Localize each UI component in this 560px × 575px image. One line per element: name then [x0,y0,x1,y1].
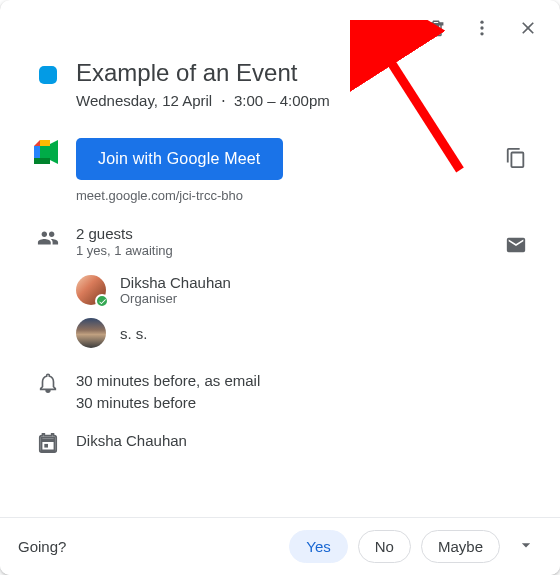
svg-rect-5 [40,146,50,158]
rsvp-no-button[interactable]: No [358,530,411,563]
rsvp-maybe-button[interactable]: Maybe [421,530,500,563]
svg-point-1 [480,26,483,29]
meet-link-text: meet.google.com/jci-trcc-bho [76,188,492,203]
event-toolbar [0,0,560,50]
going-label: Going? [18,538,289,555]
email-guests-button[interactable] [496,227,536,267]
guest-item[interactable]: Diksha Chauhan Organiser [76,268,492,312]
svg-rect-6 [34,158,50,164]
separator-dot: ⋅ [221,92,226,109]
reminder-line: 30 minutes before, as email [76,370,540,392]
guests-row: 2 guests 1 yes, 1 awaiting Diksha Chauha… [20,211,540,362]
calendar-icon [37,432,59,458]
people-icon [37,227,59,253]
join-meet-button[interactable]: Join with Google Meet [76,138,283,180]
chevron-down-icon [516,535,536,559]
trash-icon [426,18,446,42]
options-button[interactable] [462,10,502,50]
svg-point-0 [480,21,483,24]
google-meet-icon [34,140,62,168]
calendar-name: Diksha Chauhan [76,430,540,452]
copy-meet-button[interactable] [496,140,536,180]
more-vert-icon [472,18,492,42]
event-datetime: Wednesday, 12 April ⋅ 3:00 – 4:00pm [76,92,540,110]
svg-rect-3 [40,140,50,146]
avatar [76,275,106,305]
guests-status: 1 yes, 1 awaiting [76,243,492,258]
event-title: Example of an Event [76,58,540,88]
event-color-swatch [39,66,57,84]
event-date: Wednesday, 12 April [76,92,212,109]
copy-icon [505,147,527,173]
calendar-row: Diksha Chauhan [20,422,540,466]
rsvp-yes-button[interactable]: Yes [289,530,347,563]
rsvp-footer: Going? Yes No Maybe [0,517,560,575]
close-button[interactable] [508,10,548,50]
svg-rect-4 [34,146,40,158]
event-time: 3:00 – 4:00pm [234,92,330,109]
rsvp-more-button[interactable] [510,531,542,563]
avatar [76,318,106,348]
bell-icon [37,372,59,398]
edit-button[interactable] [370,10,410,50]
svg-point-2 [480,32,483,35]
guest-item[interactable]: s. s. [76,312,492,354]
guest-name: Diksha Chauhan [120,274,231,291]
reminders-row: 30 minutes before, as email 30 minutes b… [20,362,540,422]
pencil-icon [380,18,400,42]
mail-icon [505,234,527,260]
guest-role: Organiser [120,291,231,306]
delete-button[interactable] [416,10,456,50]
event-header-row: Example of an Event Wednesday, 12 April … [20,50,540,118]
check-badge-icon [95,294,109,308]
reminder-line: 30 minutes before [76,392,540,414]
guest-name: s. s. [120,325,148,342]
guests-count: 2 guests [76,225,492,242]
close-icon [518,18,538,42]
svg-rect-7 [44,444,48,448]
meet-row: Join with Google Meet meet.google.com/jc… [20,118,540,211]
